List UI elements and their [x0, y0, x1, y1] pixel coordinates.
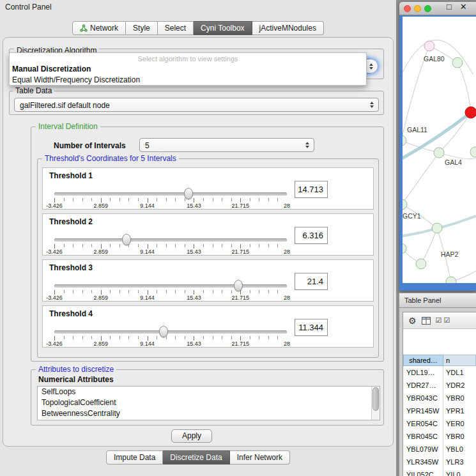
tab-jactivemnodules[interactable]: jActiveMNodules [252, 21, 324, 35]
table-row[interactable]: YBL079WYBL0 [403, 443, 476, 456]
numerical-attributes-list[interactable]: SelfLoopsTopologicalCoefficientBetweenne… [37, 386, 380, 420]
table-cell: YDR27… [403, 379, 443, 392]
slider-track[interactable] [54, 238, 287, 242]
column-header-name[interactable]: n [443, 355, 476, 366]
list-item[interactable]: BetweennessCentrality [38, 408, 380, 419]
threshold-value-field[interactable]: 6.316 [295, 227, 328, 244]
network-node[interactable] [434, 148, 444, 158]
table-row[interactable]: YDL19…YDL1 [403, 366, 476, 379]
tab-network[interactable]: Network [72, 21, 126, 35]
threshold-panel-1: Threshold 1 -3.4262.8599.14415.4321.7152… [42, 167, 374, 210]
slider-track[interactable] [54, 284, 287, 288]
stepper-icon [303, 141, 311, 150]
threshold-panel-4: Threshold 4 -3.4262.8599.14415.4321.7152… [42, 305, 374, 348]
tick-label: 28 [284, 295, 290, 301]
threshold-slider[interactable]: -3.4262.8599.14415.4321.71528 [54, 324, 287, 347]
apply-button[interactable]: Apply [171, 429, 212, 443]
table-cell: YBR043C [403, 392, 443, 404]
slider-tick-marks [54, 336, 287, 341]
tab-select[interactable]: Select [158, 21, 194, 35]
tab-label: Infer Network [237, 453, 282, 462]
network-node[interactable] [470, 147, 476, 157]
columns-icon[interactable] [422, 317, 431, 325]
checkbox-icon[interactable]: ☑ [443, 317, 450, 324]
dropdown-option-equal-width-frequency[interactable]: Equal Width/Frequency Discretization [10, 75, 366, 86]
network-icon [80, 24, 88, 32]
tick-label: 15.43 [187, 249, 201, 255]
tab-cyni-toolbox[interactable]: Cyni Toolbox [194, 21, 252, 35]
network-canvas[interactable]: GAL80GAL11GAL4GCY1HAP2 [403, 17, 476, 283]
minimize-window-button[interactable] [414, 5, 421, 12]
tick-label: 9.144 [140, 249, 155, 255]
table-row[interactable]: YIL052CYIL0 [403, 468, 476, 476]
table-row[interactable]: YBR043CYBR0 [403, 392, 476, 404]
network-node[interactable] [452, 58, 463, 68]
network-node-label: GAL80 [424, 55, 445, 63]
table-cell: YER0 [443, 417, 476, 430]
number-of-intervals-combobox[interactable]: 5 [139, 138, 314, 152]
close-window-button[interactable] [404, 5, 411, 12]
dropdown-option-manual-discretization[interactable]: Manual Discretization [10, 64, 366, 75]
table-cell: YPR145W [403, 404, 443, 417]
network-node[interactable] [403, 135, 406, 146]
list-item[interactable]: SelfLoops [38, 387, 380, 397]
table-row[interactable]: YER054CYER0 [403, 417, 476, 430]
network-svg: GAL80GAL11GAL4GCY1HAP2 [403, 17, 476, 283]
tab-label: Style [133, 24, 150, 33]
slider-tick-marks [54, 198, 287, 203]
column-header-shared-name[interactable]: shared… [403, 355, 443, 366]
network-node[interactable] [432, 223, 442, 233]
threshold-label: Threshold 4 [49, 309, 93, 318]
tick-label: -3.426 [46, 203, 63, 209]
tick-label: 2.859 [94, 203, 109, 209]
table-row[interactable]: YLR345WYLR3 [403, 456, 476, 468]
table-row[interactable]: YBR045CYBR0 [403, 430, 476, 443]
table-data-combobox[interactable]: galFiltered.sif default node [14, 98, 379, 112]
slider-track[interactable] [54, 330, 287, 334]
scrollbar-thumb[interactable] [372, 387, 379, 411]
network-node[interactable] [403, 243, 406, 254]
number-of-intervals-value: 5 [145, 139, 150, 153]
slider-track[interactable] [54, 192, 287, 196]
close-panel-button[interactable]: ✕ [460, 2, 467, 12]
table-data-value: galFiltered.sif default node [20, 98, 110, 112]
number-of-intervals-label: Number of Intervals [54, 141, 126, 150]
table-cell: YBR0 [443, 430, 476, 443]
tab-style[interactable]: Style [126, 21, 158, 35]
table-cell: YIL052C [403, 468, 443, 476]
table-cell: YBR0 [443, 392, 476, 404]
list-item[interactable]: TopologicalCoefficient [38, 397, 380, 408]
threshold-value-field[interactable]: 14.713 [295, 181, 328, 198]
checkbox-icon[interactable]: ☑ [436, 317, 443, 324]
table-row[interactable]: YPR145WYPR1 [403, 404, 476, 417]
gear-icon[interactable]: ⚙ [408, 316, 417, 325]
list-scrollbar[interactable] [371, 387, 380, 420]
slider-tick-labels: -3.4262.8599.14415.4321.71528 [54, 295, 287, 302]
zoom-window-button[interactable] [424, 5, 431, 12]
threshold-slider[interactable]: -3.4262.8599.14415.4321.71528 [54, 232, 287, 255]
network-view-window: GAL80GAL11GAL4GCY1HAP2 [399, 2, 476, 291]
network-node[interactable] [465, 107, 476, 118]
threshold-value-field[interactable]: 11.344 [295, 319, 328, 336]
network-node[interactable] [403, 199, 407, 210]
threshold-label: Threshold 1 [49, 171, 93, 180]
tick-label: 9.144 [140, 341, 155, 347]
threshold-value-field[interactable]: 21.4 [295, 273, 328, 290]
table-cell: YLR345W [403, 456, 443, 468]
float-panel-button[interactable]: □ [447, 2, 452, 12]
threshold-slider[interactable]: -3.4262.8599.14415.4321.71528 [54, 186, 287, 209]
table-cell: YDL1 [443, 366, 476, 379]
tab-infer-network[interactable]: Infer Network [230, 450, 290, 464]
network-node[interactable] [424, 41, 434, 51]
network-node[interactable] [446, 277, 456, 283]
dropdown-placeholder: Select algorithm to view settings [10, 53, 366, 64]
network-node[interactable] [416, 259, 426, 269]
threshold-slider[interactable]: -3.4262.8599.14415.4321.71528 [54, 278, 287, 301]
tick-label: 21.715 [231, 249, 249, 255]
tab-discretize-data[interactable]: Discretize Data [163, 450, 229, 464]
traffic-lights [404, 5, 431, 12]
network-node-label: GCY1 [403, 212, 421, 220]
tab-label: Discretize Data [170, 453, 222, 462]
table-row[interactable]: YDR27…YDR2 [403, 379, 476, 392]
tab-impute-data[interactable]: Impute Data [106, 450, 163, 464]
